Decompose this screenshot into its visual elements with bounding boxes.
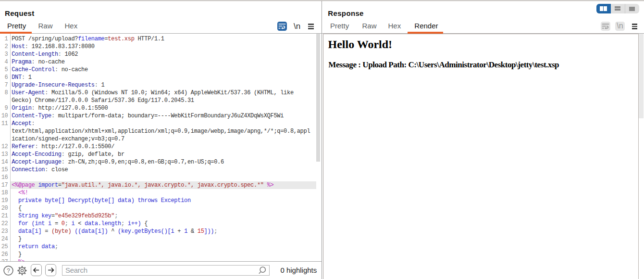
svg-text:?: ? bbox=[7, 267, 10, 274]
